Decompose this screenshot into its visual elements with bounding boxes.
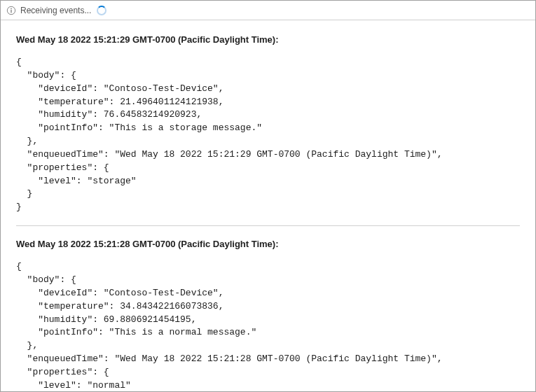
event-divider [16, 225, 520, 226]
event-json-body: { "body": { "deviceId": "Contoso-Test-De… [16, 260, 520, 391]
events-panel: Receiving events... Wed May 18 2022 15:2… [0, 0, 536, 392]
event-timestamp-header: Wed May 18 2022 15:21:28 GMT-0700 (Pacif… [16, 239, 520, 249]
events-scroll[interactable]: Wed May 18 2022 15:21:29 GMT-0700 (Pacif… [1, 20, 535, 391]
event-json-body: { "body": { "deviceId": "Contoso-Test-De… [16, 56, 520, 214]
event-timestamp-header: Wed May 18 2022 15:21:29 GMT-0700 (Pacif… [16, 34, 520, 45]
events-scroll-container: Wed May 18 2022 15:21:29 GMT-0700 (Pacif… [1, 20, 535, 391]
event-item: Wed May 18 2022 15:21:29 GMT-0700 (Pacif… [16, 34, 520, 214]
status-text: Receiving events... [20, 6, 91, 15]
status-bar: Receiving events... [1, 1, 535, 20]
event-item: Wed May 18 2022 15:21:28 GMT-0700 (Pacif… [16, 239, 520, 391]
svg-rect-2 [11, 9, 11, 12]
info-icon [6, 6, 16, 15]
svg-point-1 [11, 8, 12, 9]
loading-spinner-icon [97, 6, 106, 15]
